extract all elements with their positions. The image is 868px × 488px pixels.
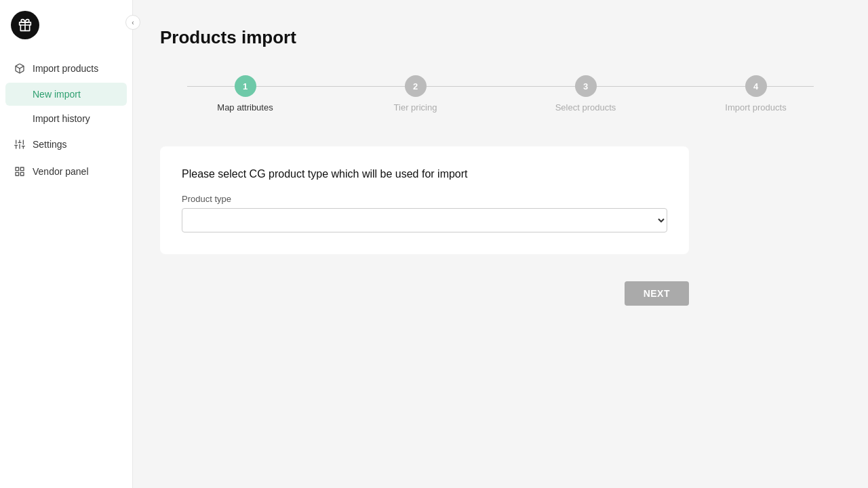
step-circle-4: 4 — [745, 75, 767, 97]
step-label-1: Map attributes — [217, 102, 273, 113]
step-label-2: Tier pricing — [394, 102, 437, 113]
sidebar-sub-item-label: New import — [33, 89, 81, 100]
grid-icon — [14, 165, 26, 178]
sliders-icon — [14, 138, 26, 150]
product-type-label: Product type — [182, 194, 667, 204]
step-circle-2: 2 — [405, 75, 427, 97]
step-2: 2 Tier pricing — [330, 75, 500, 113]
next-button[interactable]: NEXT — [625, 281, 689, 306]
product-type-select[interactable] — [182, 208, 667, 232]
box-icon — [14, 62, 26, 75]
svg-rect-13 — [16, 172, 19, 176]
step-circle-1: 1 — [235, 75, 256, 97]
footer-actions: NEXT — [160, 281, 689, 306]
svg-rect-12 — [20, 172, 24, 176]
step-3: 3 Select products — [500, 75, 671, 113]
app-logo — [11, 11, 39, 39]
sidebar-item-vendor-panel[interactable]: Vendor panel — [5, 159, 127, 184]
sidebar-item-label: Vendor panel — [33, 166, 89, 177]
stepper: 1 Map attributes 2 Tier pricing 3 Select… — [160, 75, 841, 113]
step-circle-3: 3 — [575, 75, 597, 97]
svg-rect-11 — [20, 167, 24, 171]
step-label-4: Import products — [725, 102, 786, 113]
step-label-3: Select products — [555, 102, 616, 113]
step-1: 1 Map attributes — [160, 75, 330, 113]
sidebar-item-import-history[interactable]: Import history — [5, 107, 127, 130]
page-title: Products import — [160, 27, 841, 48]
sidebar-item-label: Import products — [33, 63, 98, 74]
collapse-button[interactable]: ‹ — [125, 15, 140, 30]
svg-rect-10 — [16, 167, 19, 171]
sidebar-nav: Import products New import Import histor… — [0, 56, 132, 184]
sidebar-sub-item-label: Import history — [33, 113, 90, 124]
form-title: Please select CG product type which will… — [182, 168, 667, 180]
sidebar: ‹ Import products New import Import hist… — [0, 0, 133, 488]
main-content: Products import 1 Map attributes 2 Tier … — [133, 0, 868, 488]
logo-container — [0, 0, 132, 50]
sidebar-item-import-products[interactable]: Import products — [5, 56, 127, 81]
sidebar-item-settings[interactable]: Settings — [5, 131, 127, 157]
sidebar-item-label: Settings — [33, 139, 67, 150]
sidebar-item-new-import[interactable]: New import — [5, 83, 127, 106]
form-section: Please select CG product type which will… — [160, 146, 689, 254]
step-4: 4 Import products — [671, 75, 841, 113]
